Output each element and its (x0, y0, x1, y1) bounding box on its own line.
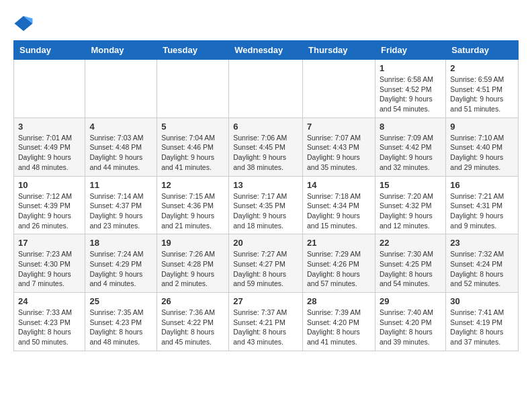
day-number: 20 (233, 238, 298, 248)
day-number: 15 (380, 180, 441, 190)
day-number: 6 (233, 122, 298, 132)
day-number: 11 (89, 180, 152, 190)
day-number: 10 (18, 180, 81, 190)
day-info: Sunrise: 7:17 AMSunset: 4:35 PMDaylight:… (233, 191, 298, 231)
calendar-cell: 16Sunrise: 7:21 AMSunset: 4:31 PMDayligh… (446, 176, 519, 234)
day-number: 24 (18, 296, 81, 306)
day-info: Sunrise: 7:23 AMSunset: 4:30 PMDaylight:… (18, 249, 81, 289)
calendar-cell: 6Sunrise: 7:06 AMSunset: 4:45 PMDaylight… (229, 118, 303, 176)
day-info: Sunrise: 7:27 AMSunset: 4:27 PMDaylight:… (233, 249, 298, 289)
day-info: Sunrise: 7:35 AMSunset: 4:23 PMDaylight:… (89, 308, 152, 347)
day-info: Sunrise: 7:24 AMSunset: 4:29 PMDaylight:… (89, 249, 152, 289)
calendar-week-2: 3Sunrise: 7:01 AMSunset: 4:49 PMDaylight… (14, 118, 519, 176)
calendar-cell: 14Sunrise: 7:18 AMSunset: 4:34 PMDayligh… (303, 176, 375, 234)
day-info: Sunrise: 6:59 AMSunset: 4:51 PMDaylight:… (450, 75, 514, 114)
logo (13, 13, 36, 34)
calendar: SundayMondayTuesdayWednesdayThursdayFrid… (13, 40, 519, 351)
calendar-cell: 15Sunrise: 7:20 AMSunset: 4:32 PMDayligh… (375, 176, 445, 234)
day-info: Sunrise: 7:14 AMSunset: 4:37 PMDaylight:… (89, 191, 152, 231)
calendar-cell: 11Sunrise: 7:14 AMSunset: 4:37 PMDayligh… (85, 176, 157, 234)
day-info: Sunrise: 7:30 AMSunset: 4:25 PMDaylight:… (380, 249, 441, 289)
weekday-header-thursday: Thursday (303, 41, 375, 60)
calendar-cell: 29Sunrise: 7:40 AMSunset: 4:20 PMDayligh… (375, 293, 445, 351)
day-info: Sunrise: 7:32 AMSunset: 4:24 PMDaylight:… (450, 249, 514, 289)
calendar-week-3: 10Sunrise: 7:12 AMSunset: 4:39 PMDayligh… (14, 176, 519, 234)
calendar-cell: 3Sunrise: 7:01 AMSunset: 4:49 PMDaylight… (14, 118, 85, 176)
day-number: 25 (89, 296, 152, 306)
day-number: 3 (18, 122, 81, 132)
weekday-header-friday: Friday (375, 41, 445, 60)
day-number: 7 (307, 122, 371, 132)
day-info: Sunrise: 7:29 AMSunset: 4:26 PMDaylight:… (307, 249, 371, 289)
page-header (13, 13, 519, 34)
calendar-cell: 22Sunrise: 7:30 AMSunset: 4:25 PMDayligh… (375, 234, 445, 293)
calendar-cell: 21Sunrise: 7:29 AMSunset: 4:26 PMDayligh… (303, 234, 375, 293)
calendar-cell: 2Sunrise: 6:59 AMSunset: 4:51 PMDaylight… (446, 60, 519, 118)
day-info: Sunrise: 7:26 AMSunset: 4:28 PMDaylight:… (161, 249, 224, 289)
calendar-week-5: 24Sunrise: 7:33 AMSunset: 4:23 PMDayligh… (14, 293, 519, 351)
day-number: 27 (233, 296, 298, 306)
weekday-header-wednesday: Wednesday (229, 41, 303, 60)
calendar-cell: 5Sunrise: 7:04 AMSunset: 4:46 PMDaylight… (157, 118, 229, 176)
calendar-cell (303, 60, 375, 118)
calendar-cell: 27Sunrise: 7:37 AMSunset: 4:21 PMDayligh… (229, 293, 303, 351)
day-info: Sunrise: 7:40 AMSunset: 4:20 PMDaylight:… (380, 308, 441, 347)
calendar-cell: 10Sunrise: 7:12 AMSunset: 4:39 PMDayligh… (14, 176, 85, 234)
calendar-cell: 23Sunrise: 7:32 AMSunset: 4:24 PMDayligh… (446, 234, 519, 293)
day-info: Sunrise: 6:58 AMSunset: 4:52 PMDaylight:… (380, 75, 441, 114)
day-info: Sunrise: 7:10 AMSunset: 4:40 PMDaylight:… (450, 133, 514, 173)
day-info: Sunrise: 7:20 AMSunset: 4:32 PMDaylight:… (380, 191, 441, 231)
day-number: 16 (450, 180, 514, 190)
calendar-week-1: 1Sunrise: 6:58 AMSunset: 4:52 PMDaylight… (14, 60, 519, 118)
calendar-cell (229, 60, 303, 118)
day-number: 23 (450, 238, 514, 248)
day-number: 9 (450, 122, 514, 132)
day-info: Sunrise: 7:36 AMSunset: 4:22 PMDaylight:… (161, 308, 224, 347)
calendar-cell: 24Sunrise: 7:33 AMSunset: 4:23 PMDayligh… (14, 293, 85, 351)
calendar-cell: 25Sunrise: 7:35 AMSunset: 4:23 PMDayligh… (85, 293, 157, 351)
day-info: Sunrise: 7:18 AMSunset: 4:34 PMDaylight:… (307, 191, 371, 231)
weekday-header-saturday: Saturday (446, 41, 519, 60)
day-number: 4 (89, 122, 152, 132)
calendar-cell: 13Sunrise: 7:17 AMSunset: 4:35 PMDayligh… (229, 176, 303, 234)
calendar-cell: 19Sunrise: 7:26 AMSunset: 4:28 PMDayligh… (157, 234, 229, 293)
calendar-cell (85, 60, 157, 118)
day-number: 17 (18, 238, 81, 248)
day-number: 19 (161, 238, 224, 248)
day-info: Sunrise: 7:41 AMSunset: 4:19 PMDaylight:… (450, 308, 514, 347)
day-info: Sunrise: 7:01 AMSunset: 4:49 PMDaylight:… (18, 133, 81, 173)
calendar-week-4: 17Sunrise: 7:23 AMSunset: 4:30 PMDayligh… (14, 234, 519, 293)
day-number: 29 (380, 296, 441, 306)
weekday-header-sunday: Sunday (14, 41, 85, 60)
day-info: Sunrise: 7:39 AMSunset: 4:20 PMDaylight:… (307, 308, 371, 347)
day-number: 18 (89, 238, 152, 248)
calendar-cell (157, 60, 229, 118)
calendar-cell: 28Sunrise: 7:39 AMSunset: 4:20 PMDayligh… (303, 293, 375, 351)
day-info: Sunrise: 7:04 AMSunset: 4:46 PMDaylight:… (161, 133, 224, 173)
calendar-cell: 12Sunrise: 7:15 AMSunset: 4:36 PMDayligh… (157, 176, 229, 234)
day-info: Sunrise: 7:03 AMSunset: 4:48 PMDaylight:… (89, 133, 152, 173)
calendar-cell: 1Sunrise: 6:58 AMSunset: 4:52 PMDaylight… (375, 60, 445, 118)
calendar-cell: 4Sunrise: 7:03 AMSunset: 4:48 PMDaylight… (85, 118, 157, 176)
day-number: 28 (307, 296, 371, 306)
day-info: Sunrise: 7:15 AMSunset: 4:36 PMDaylight:… (161, 191, 224, 231)
day-number: 21 (307, 238, 371, 248)
calendar-cell: 26Sunrise: 7:36 AMSunset: 4:22 PMDayligh… (157, 293, 229, 351)
day-info: Sunrise: 7:33 AMSunset: 4:23 PMDaylight:… (18, 308, 81, 347)
weekday-header-tuesday: Tuesday (157, 41, 229, 60)
day-number: 14 (307, 180, 371, 190)
weekday-header-row: SundayMondayTuesdayWednesdayThursdayFrid… (14, 41, 519, 60)
day-info: Sunrise: 7:37 AMSunset: 4:21 PMDaylight:… (233, 308, 298, 347)
day-info: Sunrise: 7:21 AMSunset: 4:31 PMDaylight:… (450, 191, 514, 231)
calendar-cell: 18Sunrise: 7:24 AMSunset: 4:29 PMDayligh… (85, 234, 157, 293)
day-number: 26 (161, 296, 224, 306)
day-number: 22 (380, 238, 441, 248)
calendar-cell: 20Sunrise: 7:27 AMSunset: 4:27 PMDayligh… (229, 234, 303, 293)
day-info: Sunrise: 7:12 AMSunset: 4:39 PMDaylight:… (18, 191, 81, 231)
weekday-header-monday: Monday (85, 41, 157, 60)
calendar-cell: 8Sunrise: 7:09 AMSunset: 4:42 PMDaylight… (375, 118, 445, 176)
day-number: 13 (233, 180, 298, 190)
logo-icon (13, 13, 34, 34)
day-number: 12 (161, 180, 224, 190)
day-number: 2 (450, 63, 514, 73)
